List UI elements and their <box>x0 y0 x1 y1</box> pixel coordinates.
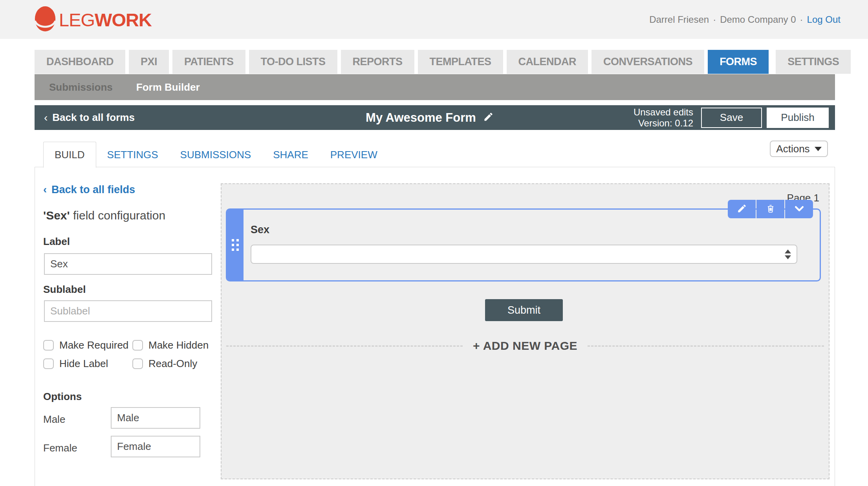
pencil-icon <box>737 203 747 215</box>
nav-tab-conversations[interactable]: CONVERSATIONS <box>591 50 704 74</box>
read-only-checkbox[interactable] <box>132 358 143 369</box>
publish-button[interactable]: Publish <box>767 108 829 128</box>
read-only-label: Read-Only <box>148 358 197 370</box>
nav-tab-forms[interactable]: FORMS <box>708 50 769 74</box>
option-male-input[interactable] <box>111 407 200 429</box>
submit-button[interactable]: Submit <box>485 299 563 321</box>
nav-tab-patients[interactable]: PATIENTS <box>172 50 245 74</box>
nav-tab-templates[interactable]: TEMPLATES <box>418 50 503 74</box>
sex-field-content: Sex <box>244 210 820 280</box>
user-name: Darrel Friesen <box>649 14 709 25</box>
edit-title-pencil-icon[interactable] <box>483 111 494 124</box>
tab-preview[interactable]: PREVIEW <box>319 142 388 168</box>
nav-tab-dashboard[interactable]: DASHBOARD <box>35 50 125 74</box>
sex-field-block[interactable]: Sex <box>226 208 821 281</box>
dashed-divider <box>226 345 463 347</box>
make-hidden-checkbox[interactable] <box>132 340 143 351</box>
chevron-left-icon: ‹ <box>44 111 48 124</box>
form-title-bar: ‹ Back to all forms My Awesome Form Unsa… <box>35 105 835 130</box>
top-header: LEGWORK Darrel Friesen · Demo Company 0 … <box>0 0 868 39</box>
chevron-down-icon <box>793 203 805 216</box>
collapse-field-button[interactable] <box>785 200 813 218</box>
option-female-label: Female <box>43 442 77 454</box>
form-bar-actions: Unsaved edits Version: 0.12 Save Publish <box>634 105 829 130</box>
options-heading: Options <box>43 391 82 403</box>
make-hidden-label: Make Hidden <box>148 339 209 351</box>
separator-dot: · <box>713 14 716 25</box>
separator-dot: · <box>800 14 803 25</box>
edit-field-button[interactable] <box>728 200 756 218</box>
read-only-row: Read-Only <box>132 358 197 370</box>
sublabel-heading: Sublabel <box>43 283 86 296</box>
nav-tab-settings[interactable]: SETTINGS <box>776 50 851 74</box>
add-new-page-button[interactable]: + ADD NEW PAGE <box>222 339 829 353</box>
actions-dropdown-button[interactable]: Actions <box>770 141 828 157</box>
tab-settings[interactable]: SETTINGS <box>96 142 169 168</box>
dashed-divider <box>588 345 824 347</box>
nav-tab-pxi[interactable]: PXI <box>129 50 169 74</box>
form-canvas: Page 1 Sex <box>221 183 830 479</box>
field-config-title: 'Sex' field configuration <box>43 209 165 222</box>
main-nav: DASHBOARD PXI PATIENTS TO-DO LISTS REPOR… <box>35 50 841 74</box>
form-builder-app: LEGWORK Darrel Friesen · Demo Company 0 … <box>0 0 868 486</box>
select-stepper-icon <box>785 249 791 259</box>
sublabel-input[interactable] <box>44 300 212 322</box>
form-tabs: BUILD SETTINGS SUBMISSIONS SHARE PREVIEW <box>43 142 388 168</box>
version-status: Unsaved edits Version: 0.12 <box>634 107 693 129</box>
trash-icon <box>765 203 776 215</box>
form-title-text: My Awesome Form <box>366 111 476 125</box>
caret-down-icon <box>815 147 822 151</box>
field-toolbar <box>728 200 813 218</box>
make-required-row: Make Required <box>43 339 128 351</box>
back-to-all-fields-label: Back to all fields <box>51 184 135 196</box>
option-female-input[interactable] <box>111 436 200 457</box>
tab-build[interactable]: BUILD <box>43 142 96 168</box>
version-text: Version: 0.12 <box>634 118 693 129</box>
sex-field-label: Sex <box>251 224 269 236</box>
make-required-checkbox[interactable] <box>43 340 54 351</box>
hide-label-checkbox[interactable] <box>43 358 54 369</box>
user-info: Darrel Friesen · Demo Company 0 · Log Ou… <box>649 0 841 39</box>
nav-tab-todo-lists[interactable]: TO-DO LISTS <box>249 50 337 74</box>
forms-subnav: Submissions Form Builder <box>35 74 835 100</box>
option-male-label: Male <box>43 413 65 426</box>
label-heading: Label <box>43 236 70 248</box>
form-title: My Awesome Form <box>366 105 494 130</box>
nav-tab-calendar[interactable]: CALENDAR <box>507 50 588 74</box>
unsaved-edits-text: Unsaved edits <box>634 107 693 118</box>
tab-submissions[interactable]: SUBMISSIONS <box>169 142 262 168</box>
company-name: Demo Company 0 <box>720 14 796 25</box>
chevron-left-icon: ‹ <box>43 184 47 196</box>
back-to-all-forms-link[interactable]: ‹ Back to all forms <box>44 105 135 130</box>
legwork-smile-icon <box>35 5 56 34</box>
add-new-page-label: + ADD NEW PAGE <box>473 339 577 353</box>
tab-share[interactable]: SHARE <box>262 142 319 168</box>
make-required-label: Make Required <box>59 339 128 351</box>
subnav-item-submissions[interactable]: Submissions <box>49 81 113 93</box>
logo-wordmark: LEGWORK <box>59 11 152 29</box>
hide-label-label: Hide Label <box>59 358 108 370</box>
subnav-item-form-builder[interactable]: Form Builder <box>136 81 200 93</box>
drag-handle-dots-icon <box>232 239 239 251</box>
back-to-all-forms-label: Back to all forms <box>52 111 135 124</box>
drag-handle[interactable] <box>227 210 244 280</box>
back-to-all-fields-link[interactable]: ‹ Back to all fields <box>43 184 135 196</box>
delete-field-button[interactable] <box>756 200 784 218</box>
label-input[interactable] <box>44 253 212 275</box>
nav-tab-reports[interactable]: REPORTS <box>341 50 414 74</box>
sex-select[interactable] <box>251 245 797 264</box>
legwork-logo[interactable]: LEGWORK <box>35 5 152 34</box>
actions-label: Actions <box>776 143 809 155</box>
hide-label-row: Hide Label <box>43 358 108 370</box>
save-button[interactable]: Save <box>701 108 762 128</box>
make-hidden-row: Make Hidden <box>132 339 209 351</box>
logout-link[interactable]: Log Out <box>807 14 841 25</box>
